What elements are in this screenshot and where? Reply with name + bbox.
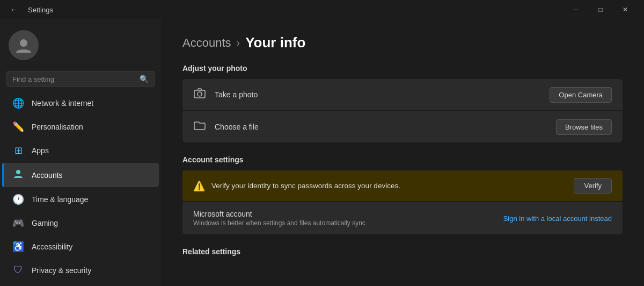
time-icon: 🕐	[12, 194, 24, 205]
choose-file-label: Choose a file	[215, 123, 547, 131]
gaming-icon: 🎮	[12, 217, 24, 229]
ms-account-title: Microsoft account	[193, 210, 495, 218]
sidebar-item-accessibility[interactable]: ♿ Accessibility	[2, 235, 159, 258]
account-settings-heading: Account settings	[182, 155, 623, 164]
sidebar-item-label: Accounts	[32, 171, 63, 180]
warning-icon: ⚠️	[193, 180, 205, 192]
open-camera-button[interactable]: Open Camera	[550, 87, 612, 103]
sidebar-item-gaming[interactable]: 🎮 Gaming	[2, 212, 159, 234]
back-button[interactable]: ←	[6, 2, 21, 17]
ms-account-info: Microsoft account Windows is better when…	[193, 210, 495, 227]
content-area: Accounts › Your info Adjust your photo T…	[161, 19, 644, 286]
svg-point-3	[197, 92, 202, 96]
sidebar-item-label: Accessibility	[32, 242, 72, 251]
ms-account-sub: Windows is better when settings and file…	[193, 219, 495, 227]
camera-icon	[193, 87, 206, 103]
sidebar-item-label: Time & language	[32, 195, 88, 204]
warning-banner: ⚠️ Verify your identity to sync password…	[182, 170, 623, 201]
account-settings-section: Account settings ⚠️ Verify your identity…	[182, 155, 623, 234]
folder-icon	[193, 119, 206, 135]
titlebar-controls: ← Settings	[6, 2, 53, 17]
breadcrumb-arrow: ›	[237, 37, 240, 49]
sidebar: 🔍 🌐 Network & internet ✏️ Personalisatio…	[0, 19, 161, 286]
sidebar-item-label: Network & internet	[32, 99, 93, 108]
privacy-icon: 🛡	[12, 264, 24, 276]
browse-files-button[interactable]: Browse files	[556, 119, 612, 135]
sidebar-item-personalisation[interactable]: ✏️ Personalisation	[2, 116, 159, 138]
adjust-photo-heading: Adjust your photo	[182, 64, 623, 73]
maximize-button[interactable]: □	[588, 0, 613, 19]
accounts-icon	[12, 168, 24, 182]
svg-point-0	[20, 39, 27, 47]
sidebar-item-label: Personalisation	[32, 123, 83, 131]
warning-text: Verify your identity to sync passwords a…	[211, 182, 567, 190]
take-photo-label: Take a photo	[215, 90, 541, 99]
accessibility-icon: ♿	[12, 241, 24, 253]
window-controls: ─ □ ✕	[564, 0, 638, 19]
app-title: Settings	[28, 6, 53, 14]
main-layout: 🔍 🌐 Network & internet ✏️ Personalisatio…	[0, 19, 644, 286]
sidebar-item-privacy[interactable]: 🛡 Privacy & security	[2, 259, 159, 281]
avatar-section	[0, 24, 161, 69]
titlebar: ← Settings ─ □ ✕	[0, 0, 644, 19]
sidebar-item-network[interactable]: 🌐 Network & internet	[2, 92, 159, 115]
local-account-link[interactable]: Sign in with a local account instead	[503, 215, 612, 223]
personalisation-icon: ✏️	[12, 121, 24, 133]
search-icon: 🔍	[140, 75, 149, 83]
back-icon: ←	[10, 5, 18, 14]
sidebar-item-label: Apps	[32, 146, 49, 155]
related-settings-heading: Related settings	[182, 247, 623, 256]
sidebar-item-apps[interactable]: ⊞ Apps	[2, 139, 159, 162]
related-settings-section: Related settings	[182, 247, 623, 256]
sidebar-item-label: Privacy & security	[32, 266, 91, 275]
sidebar-item-time[interactable]: 🕐 Time & language	[2, 188, 159, 211]
search-box[interactable]: 🔍	[6, 71, 155, 87]
breadcrumb-parent[interactable]: Accounts	[182, 36, 231, 50]
network-icon: 🌐	[12, 97, 24, 109]
breadcrumb: Accounts › Your info	[182, 34, 623, 51]
sidebar-item-accounts[interactable]: Accounts	[2, 163, 159, 187]
svg-rect-2	[194, 90, 205, 98]
minimize-button[interactable]: ─	[564, 0, 588, 19]
breadcrumb-current: Your info	[245, 34, 305, 51]
svg-point-1	[16, 170, 20, 174]
ms-account-card: Microsoft account Windows is better when…	[182, 202, 623, 234]
avatar	[9, 30, 39, 60]
take-photo-card: Take a photo Open Camera	[182, 79, 623, 110]
apps-icon: ⊞	[12, 145, 24, 156]
sidebar-item-label: Gaming	[32, 219, 58, 227]
close-button[interactable]: ✕	[613, 0, 638, 19]
choose-file-card: Choose a file Browse files	[182, 111, 623, 142]
verify-button[interactable]: Verify	[574, 178, 612, 194]
search-input[interactable]	[12, 75, 140, 83]
